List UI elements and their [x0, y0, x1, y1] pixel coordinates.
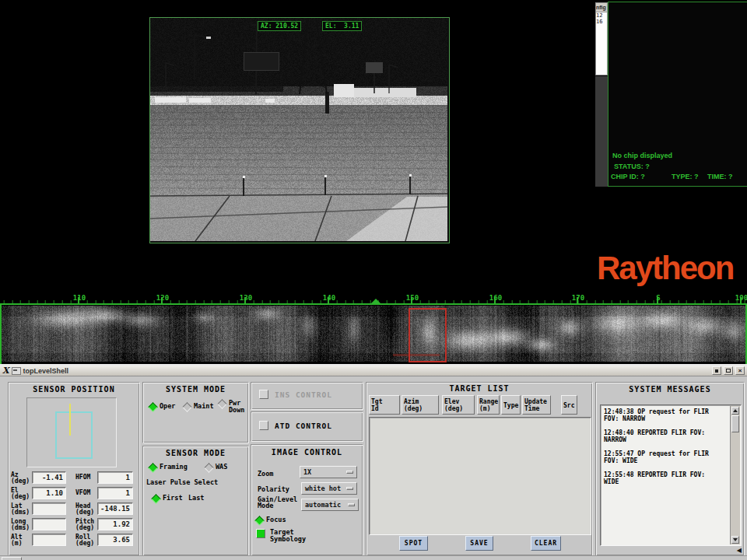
ins-control-toggle[interactable] — [259, 390, 268, 399]
scrollbar-thumb[interactable] — [731, 415, 739, 432]
hfom-field[interactable]: 1 — [97, 471, 133, 484]
column-header-elev[interactable]: Elev (deg) — [442, 395, 475, 415]
long-field[interactable] — [32, 518, 66, 530]
maximize-button[interactable] — [724, 366, 733, 375]
azimuth-marker-icon — [370, 299, 381, 304]
radio-diamond-icon — [204, 463, 214, 473]
field-label: VFOM — [75, 490, 90, 496]
panel-title: SYSTEM MESSAGES — [596, 385, 744, 394]
alt-field[interactable] — [32, 534, 66, 546]
roll-field[interactable]: 3.65 — [97, 534, 133, 546]
panorama-strip[interactable] — [0, 305, 747, 364]
sensor-mode-panel: SENSOR MODE Framing WAS Laser Pulse Sele… — [142, 446, 249, 556]
gain-dropdown[interactable]: automatic — [301, 499, 359, 511]
field-label: Alt (m) — [11, 534, 22, 547]
message-log[interactable]: 12:48:38 OP request for FLIR FOV: NARROW… — [600, 404, 742, 546]
target-list-body[interactable] — [369, 417, 591, 535]
elevation-readout: EL: 3.11 — [322, 21, 362, 31]
system-mode-panel: SYSTEM MODE Oper Maint Pwr Down — [142, 382, 249, 443]
ins-control-label: INS CONTROL — [275, 392, 332, 398]
chip-display-panel: No chip displayed STATUS: ? CHIP ID: ? T… — [608, 2, 747, 187]
column-header-tgt-id[interactable]: Tgt Id — [369, 395, 400, 415]
pitch-field[interactable]: 1.92 — [97, 518, 133, 530]
scale-label: 110 — [73, 294, 86, 302]
hscroll-handle[interactable] — [2, 557, 22, 560]
close-button[interactable]: × — [735, 366, 745, 375]
focus-toggle[interactable]: Focus — [256, 516, 286, 524]
save-button[interactable]: SAVE — [465, 536, 493, 551]
column-header-src[interactable]: Src — [561, 395, 577, 415]
dropdown-indicator-icon — [346, 487, 353, 490]
polarity-value: white hot — [305, 485, 341, 492]
el-field[interactable]: 1.10 — [32, 487, 66, 499]
window-menu-icon[interactable] — [12, 367, 21, 375]
radio-pwr-down[interactable]: Pwr Down — [219, 400, 244, 414]
zoom-dropdown[interactable]: 1X — [300, 466, 357, 478]
polarity-dropdown[interactable]: white hot — [301, 482, 357, 495]
scroll-up-icon[interactable] — [731, 407, 739, 415]
radio-oper[interactable]: Oper — [149, 403, 175, 411]
column-header-update-time[interactable]: Update Time — [522, 395, 551, 415]
scale-label: 150 — [406, 294, 419, 302]
target-symbology-label: Target Symbology — [270, 529, 306, 543]
log-message: 12:55:47 OP request for FLIR FOV: WIDE — [604, 450, 721, 464]
panel-title: IMAGE CONTROL — [251, 448, 363, 457]
shell-bottom-edge — [0, 555, 747, 560]
clear-button[interactable]: CLEAR — [531, 536, 561, 551]
log-message: 12:48:38 OP request for FLIR FOV: NARROW — [604, 408, 721, 422]
background-window-sliver[interactable]: nfig 12 16 — [595, 2, 608, 75]
scale-label: 140 — [323, 294, 335, 302]
head-field[interactable]: -148.15 — [97, 502, 133, 515]
column-header-azim[interactable]: Azim (deg) — [402, 395, 439, 415]
vfom-field[interactable]: 1 — [97, 487, 133, 499]
radio-diamond-icon — [151, 494, 161, 504]
radio-diamond-icon — [148, 463, 158, 473]
background-window-text: 12 — [596, 12, 607, 19]
background-window-text: 16 — [596, 19, 607, 25]
radio-last[interactable]: Last — [188, 495, 204, 502]
window-title: topLevelShell — [23, 367, 710, 375]
column-header-range[interactable]: Range (m) — [477, 395, 500, 415]
field-label: Az (deg) — [11, 472, 30, 485]
radio-first[interactable]: First — [153, 495, 183, 502]
field-label: HFOM — [75, 474, 90, 481]
boresight-line — [69, 404, 71, 436]
hscroll-left-icon[interactable]: ◀ — [737, 547, 742, 554]
panel-title: SYSTEM MODE — [143, 385, 248, 394]
target-symbology-checkbox[interactable] — [256, 529, 265, 538]
column-header-type[interactable]: Type — [501, 395, 521, 415]
background-window-edge — [595, 76, 608, 187]
azimuth-readout: AZ: 210.52 — [258, 21, 301, 31]
messages-scrollbar[interactable] — [730, 406, 740, 544]
azimuth-scale: 110 120 130 140 150 160 170 S 190 — [0, 294, 747, 305]
chip-message: No chip displayed — [612, 152, 672, 159]
radio-was[interactable]: WAS — [205, 464, 227, 471]
atd-control-toggle[interactable] — [259, 421, 268, 430]
field-label: Pitch (deg) — [75, 519, 94, 531]
az-field[interactable]: -1.41 — [32, 471, 66, 484]
spot-button[interactable]: SPOT — [399, 536, 428, 551]
chip-type: TYPE: ? — [672, 173, 699, 180]
fov-highlight-box[interactable] — [409, 308, 447, 362]
radio-maint[interactable]: Maint — [184, 403, 214, 411]
flir-camera-view[interactable]: AZ: 210.52 EL: 3.11 — [149, 17, 450, 243]
system-messages-panel: SYSTEM MESSAGES 12:48:38 OP request for … — [595, 382, 745, 556]
scale-label: 130 — [240, 294, 252, 302]
gain-value: automatic — [305, 501, 341, 509]
image-control-panel: IMAGE CONTROL Zoom 1X Polarity white hot… — [251, 444, 363, 556]
scale-label: 170 — [572, 294, 584, 302]
lat-field[interactable] — [32, 502, 66, 515]
scroll-down-icon[interactable] — [731, 536, 739, 544]
radio-diamond-icon — [148, 402, 158, 412]
minimize-button[interactable] — [712, 366, 721, 375]
sensor-position-panel: SENSOR POSITION Az (deg) -1.41 HFOM 1 El… — [8, 382, 140, 556]
x11-logo-icon: X — [2, 366, 9, 375]
screen: AZ: 210.52 EL: 3.11 nfig 12 16 No chip d… — [0, 0, 747, 560]
scale-label: 160 — [489, 294, 502, 302]
dropdown-indicator-icon — [348, 503, 355, 506]
polarity-label: Polarity — [258, 486, 289, 492]
radio-framing[interactable]: Framing — [149, 464, 188, 471]
panel-title: SENSOR MODE — [143, 449, 248, 457]
shell-titlebar[interactable]: X topLevelShell × — [0, 366, 747, 376]
gain-label: Gain/Level Mode — [258, 496, 297, 509]
